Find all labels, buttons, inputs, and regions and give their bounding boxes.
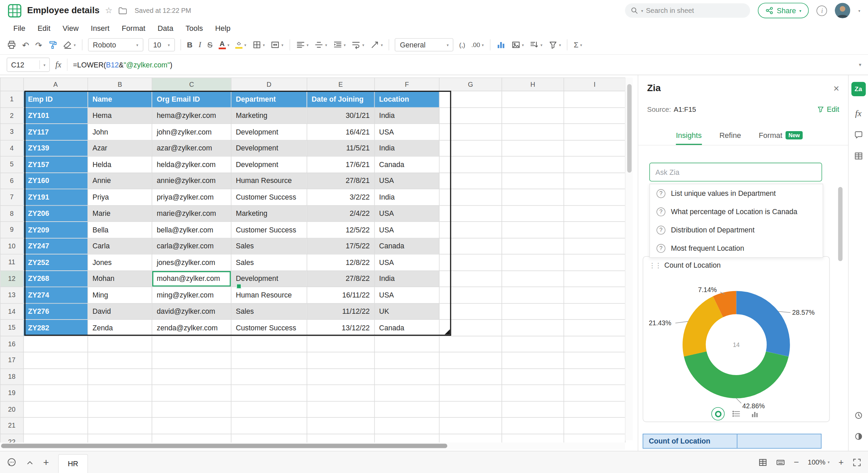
formula-bar-expand-icon[interactable]: ▾ — [859, 62, 861, 67]
undo-button[interactable]: ↶ — [19, 38, 32, 52]
cell-f3[interactable]: USA — [374, 124, 439, 140]
cell-h12[interactable] — [502, 270, 564, 287]
cell-b18[interactable] — [88, 368, 152, 385]
cell-h21[interactable] — [502, 417, 564, 434]
cell-g15[interactable] — [439, 320, 502, 336]
cell-c15[interactable]: zenda@zylker.com — [152, 320, 231, 336]
cell-h2[interactable] — [502, 107, 564, 124]
cell-e12[interactable]: 27/8/22 — [307, 270, 374, 287]
result-table-empty-cell[interactable] — [737, 434, 821, 448]
app-logo-icon[interactable] — [8, 4, 22, 18]
cell-c21[interactable] — [152, 417, 231, 434]
spreadsheet-grid[interactable]: ABCDEFGHI1Emp IDNameOrg Email IDDepartme… — [0, 78, 626, 443]
cell-b13[interactable]: Ming — [88, 287, 152, 303]
cell-e22[interactable] — [307, 434, 374, 443]
cell-i15[interactable] — [564, 320, 625, 336]
formula-input[interactable]: =LOWER(B12&"@zylker.com") — [73, 61, 853, 69]
cell-h10[interactable] — [502, 238, 564, 254]
cell-f12[interactable]: India — [374, 270, 439, 287]
cell-f21[interactable] — [374, 417, 439, 434]
cell-d2[interactable]: Marketing — [231, 107, 307, 124]
cell-c3[interactable]: john@zylker.com — [152, 124, 231, 140]
cell-f11[interactable]: USA — [374, 254, 439, 270]
cell-h8[interactable] — [502, 205, 564, 222]
account-chevron-icon[interactable]: ▾ — [858, 8, 860, 12]
text-color-button[interactable]: A▾ — [216, 38, 232, 52]
cell-g5[interactable] — [439, 156, 502, 172]
cell-g21[interactable] — [439, 417, 502, 434]
column-header-a[interactable]: A — [23, 78, 88, 91]
cell-a12[interactable]: ZY268 — [23, 270, 88, 287]
tab-format[interactable]: FormatNew — [759, 131, 803, 145]
cell-f16[interactable] — [374, 336, 439, 352]
row-header-4[interactable]: 4 — [0, 140, 23, 156]
cell-c8[interactable]: marie@zylker.com — [152, 205, 231, 222]
zoom-out-button[interactable]: − — [794, 458, 799, 467]
row-header-15[interactable]: 15 — [0, 320, 23, 336]
sheet-list-chevron-icon[interactable] — [25, 458, 34, 467]
tab-refine[interactable]: Refine — [719, 131, 741, 145]
row-header-1[interactable]: 1 — [0, 91, 23, 107]
cell-d5[interactable]: Development — [231, 156, 307, 172]
cell-a17[interactable] — [23, 352, 88, 368]
cell-reference-box[interactable]: C12 ▾ — [7, 58, 50, 72]
cell-b12[interactable]: Mohan — [88, 270, 152, 287]
cell-e5[interactable]: 17/6/21 — [307, 156, 374, 172]
cell-c18[interactable] — [152, 368, 231, 385]
cell-h15[interactable] — [502, 320, 564, 336]
cell-i20[interactable] — [564, 401, 625, 417]
cell-d20[interactable] — [231, 401, 307, 417]
cell-c10[interactable]: carla@zylker.com — [152, 238, 231, 254]
cell-c4[interactable]: azar@zylker.com — [152, 140, 231, 156]
cell-f14[interactable]: UK — [374, 303, 439, 320]
cell-a9[interactable]: ZY209 — [23, 222, 88, 238]
horizontal-scrollbar[interactable] — [0, 443, 625, 450]
keyboard-shortcuts-icon[interactable] — [776, 458, 785, 467]
cell-h9[interactable] — [502, 222, 564, 238]
cell-g10[interactable] — [439, 238, 502, 254]
cell-d6[interactable]: Human Resource — [231, 172, 307, 189]
cell-i19[interactable] — [564, 385, 625, 401]
zoom-level-select[interactable]: 100%▾ — [808, 458, 829, 466]
cell-e20[interactable] — [307, 401, 374, 417]
cell-i11[interactable] — [564, 254, 625, 270]
cell-i16[interactable] — [564, 336, 625, 352]
row-header-5[interactable]: 5 — [0, 156, 23, 172]
cell-e21[interactable] — [307, 417, 374, 434]
borders-button[interactable]: ▾ — [250, 38, 268, 52]
cell-f8[interactable]: USA — [374, 205, 439, 222]
cell-h11[interactable] — [502, 254, 564, 270]
cell-c11[interactable]: jones@zylker.com — [152, 254, 231, 270]
cell-e7[interactable]: 3/2/22 — [307, 189, 374, 205]
cell-i21[interactable] — [564, 417, 625, 434]
cell-d7[interactable]: Customer Success — [231, 189, 307, 205]
cell-h13[interactable] — [502, 287, 564, 303]
merge-cells-button[interactable]: ▾ — [268, 38, 286, 52]
chart-type-list-button[interactable] — [730, 407, 743, 420]
fill-handle[interactable] — [236, 284, 241, 289]
cell-i8[interactable] — [564, 205, 625, 222]
sort-button[interactable]: ▾ — [527, 38, 545, 52]
cell-d11[interactable]: Sales — [231, 254, 307, 270]
cell-g17[interactable] — [439, 352, 502, 368]
cell-a10[interactable]: ZY247 — [23, 238, 88, 254]
cell-h6[interactable] — [502, 172, 564, 189]
cell-b20[interactable] — [88, 401, 152, 417]
thousand-separator-button[interactable]: (,) — [456, 38, 468, 52]
cell-f19[interactable] — [374, 385, 439, 401]
chart-type-bar-button[interactable] — [748, 407, 761, 420]
menu-view[interactable]: View — [57, 24, 85, 32]
cell-f6[interactable]: USA — [374, 172, 439, 189]
cell-a22[interactable] — [23, 434, 88, 443]
cell-g11[interactable] — [439, 254, 502, 270]
menu-insert[interactable]: Insert — [85, 24, 116, 32]
row-header-16[interactable]: 16 — [0, 336, 23, 352]
cell-c6[interactable]: annie@zylker.com — [152, 172, 231, 189]
cell-f5[interactable]: Canada — [374, 156, 439, 172]
cell-h3[interactable] — [502, 124, 564, 140]
cell-b6[interactable]: Annie — [88, 172, 152, 189]
cell-c5[interactable]: helda@zylker.com — [152, 156, 231, 172]
cell-d3[interactable]: Development — [231, 124, 307, 140]
cell-c19[interactable] — [152, 385, 231, 401]
cell-i7[interactable] — [564, 189, 625, 205]
